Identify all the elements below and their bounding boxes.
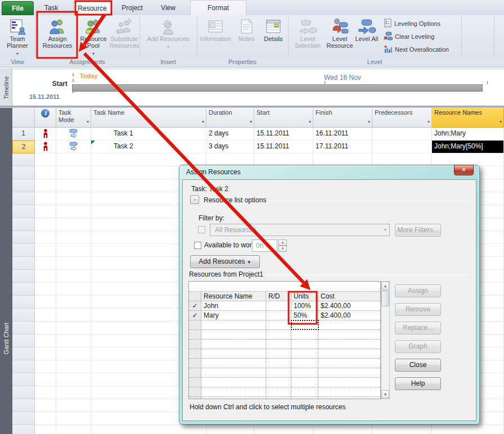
spinner-down-icon[interactable]: ▼ — [278, 246, 287, 252]
empty-resource-row[interactable] — [189, 387, 380, 397]
scroll-down-icon[interactable]: ▼ — [381, 390, 389, 399]
leveling-options-button[interactable]: Leveling Options — [384, 17, 440, 29]
empty-resource-row[interactable] — [189, 378, 380, 387]
empty-resource-row[interactable] — [189, 349, 380, 359]
filter-arrow-icon[interactable]: ▾ — [202, 118, 204, 125]
filter-arrow-icon[interactable]: ▾ — [500, 118, 502, 125]
tab-project[interactable]: Project — [115, 1, 150, 15]
row-number-selected[interactable]: 2 — [12, 141, 35, 153]
empty-resource-row[interactable] — [189, 340, 380, 349]
tab-resource[interactable]: Resource — [73, 1, 111, 15]
predecessors-cell[interactable] — [372, 128, 432, 141]
more-filters-button[interactable]: More Filters... — [395, 224, 441, 237]
empty-resource-row[interactable] — [189, 359, 380, 368]
level-selection-icon — [290, 16, 325, 35]
filter-arrow-icon[interactable]: ▾ — [428, 118, 430, 125]
empty-grid-row[interactable] — [12, 425, 504, 434]
empty-resource-row[interactable] — [189, 397, 380, 399]
table-row-task-2[interactable]: 2 Task 2 3 days 15.11.2011 17.11.2011 Jo… — [12, 141, 504, 153]
select-all-header[interactable] — [12, 108, 35, 128]
tab-task[interactable]: Task — [36, 1, 66, 15]
close-button[interactable]: × — [454, 165, 474, 175]
help-button[interactable]: Help — [395, 377, 441, 390]
work-amount-field[interactable]: 0h — [252, 239, 277, 252]
column-header-cost[interactable]: Cost — [318, 292, 380, 301]
indicators-column-header[interactable]: i — [35, 108, 56, 128]
selected-units-cell[interactable] — [291, 320, 319, 330]
tab-format[interactable]: Format — [190, 0, 246, 15]
work-amount-spinner[interactable]: ▲ ▼ — [278, 239, 287, 252]
resources-from-label: Resources from Project1 — [189, 270, 263, 278]
empty-resource-row[interactable] — [189, 320, 380, 330]
graph-button[interactable]: Graph — [395, 340, 441, 353]
dialog-resource-table[interactable]: Resource Name R/D Units Cost ✓ John 100%… — [188, 281, 381, 399]
filter-arrow-icon[interactable]: ▾ — [250, 118, 252, 125]
information-button: Information — [198, 16, 233, 57]
available-to-work-checkbox[interactable] — [194, 242, 201, 249]
timeline-start-label: Start — [34, 80, 68, 88]
gantt-chart-pane-tab[interactable]: Gantt Chart — [0, 108, 12, 434]
team-planner-button[interactable]: Team Planner ▾ — [1, 16, 34, 57]
duration-cell[interactable]: 3 days — [206, 141, 254, 153]
predecessors-cell[interactable] — [372, 141, 432, 153]
grid-header-row: i Task Mode▾ Task Name▾ Duration▾ Start▾… — [12, 108, 504, 128]
empty-resource-row[interactable] — [189, 368, 380, 378]
column-header-duration[interactable]: Duration▾ — [206, 108, 254, 128]
dropdown-arrow-icon: ▾ — [92, 51, 94, 56]
tab-view[interactable]: View — [153, 1, 183, 15]
collapse-button[interactable]: - — [190, 195, 199, 204]
timeline-bar[interactable] — [72, 84, 483, 92]
start-cell[interactable]: 15.11.2011 — [254, 128, 313, 141]
level-all-button[interactable]: Level All — [354, 16, 379, 57]
filter-checkbox[interactable] — [198, 226, 205, 233]
assign-button[interactable]: Assign — [395, 284, 441, 297]
spinner-up-icon[interactable]: ▲ — [278, 239, 287, 246]
dialog-table-header: Resource Name R/D Units Cost — [189, 292, 380, 301]
column-header-resource-names[interactable]: Resource Names▾ — [432, 108, 504, 128]
filter-arrow-icon[interactable]: ▾ — [87, 118, 89, 125]
assign-resources-dialog: Assign Resources × Task: Task 2 - Resour… — [179, 165, 480, 424]
column-header-task-name[interactable]: Task Name▾ — [91, 108, 206, 128]
info-icon: i — [41, 109, 50, 117]
timeline-pane-tab[interactable]: Timeline — [0, 69, 12, 106]
column-header-units[interactable]: Units — [291, 292, 318, 301]
resource-pool-button[interactable]: Resource Pool ▾ — [78, 16, 109, 57]
column-header-task-mode[interactable]: Task Mode▾ — [56, 108, 91, 128]
duration-cell[interactable]: 2 days — [206, 128, 254, 141]
finish-cell[interactable]: 16.11.2011 — [313, 128, 372, 141]
task-name-cell[interactable]: Task 1 — [91, 128, 206, 141]
details-button[interactable]: Details — [260, 16, 287, 57]
assign-resources-button[interactable]: Assign Resources — [38, 16, 77, 57]
resource-list-options-label: Resource list options — [204, 196, 266, 204]
replace-button[interactable]: Replace... — [395, 322, 441, 334]
column-header-predecessors[interactable]: Predecessors▾ — [372, 108, 432, 128]
remove-button[interactable]: Remove — [395, 303, 441, 316]
task-name-cell[interactable]: Task 2 — [91, 141, 206, 153]
filter-arrow-icon[interactable]: ▾ — [368, 118, 370, 125]
row-number[interactable]: 1 — [12, 128, 35, 141]
filter-combobox[interactable]: All Resources ▾ — [210, 224, 390, 236]
level-resource-button[interactable]: Level Resource — [326, 16, 353, 57]
resource-names-cell[interactable]: John;Mary — [432, 128, 504, 141]
column-header-rd[interactable]: R/D — [266, 292, 291, 301]
column-header-start[interactable]: Start▾ — [254, 108, 313, 128]
next-overallocation-button[interactable]: Next Overallocation — [384, 43, 449, 55]
close-dialog-button[interactable]: Close — [395, 359, 441, 372]
finish-cell[interactable]: 17.11.2011 — [313, 141, 372, 153]
tab-file[interactable]: File — [2, 1, 34, 15]
table-scrollbar[interactable]: ▲ ▼ — [381, 281, 390, 399]
scrollbar-thumb[interactable] — [381, 291, 389, 306]
start-cell[interactable]: 15.11.2011 — [254, 141, 313, 153]
column-header-resource-name[interactable]: Resource Name — [201, 292, 266, 301]
assigned-check-icon: ✓ — [189, 301, 201, 311]
resource-row-john[interactable]: ✓ John 100% $2.400,00 — [189, 301, 380, 311]
column-header-finish[interactable]: Finish▾ — [313, 108, 372, 128]
clear-leveling-button[interactable]: Clear Leveling — [384, 30, 434, 42]
resource-names-cell-selected[interactable]: John;Mary[50%] — [432, 141, 504, 153]
scroll-up-icon[interactable]: ▲ — [381, 282, 389, 290]
table-row-task-1[interactable]: 1 Task 1 2 days 15.11.2011 16.11.2011 Jo… — [12, 128, 504, 141]
add-resources-dialog-button[interactable]: Add Resources ▼ — [190, 255, 260, 268]
filter-arrow-icon[interactable]: ▾ — [309, 118, 311, 125]
resource-row-mary[interactable]: ✓ Mary 50% $2.400,00 — [189, 311, 380, 320]
empty-resource-row[interactable] — [189, 330, 380, 340]
